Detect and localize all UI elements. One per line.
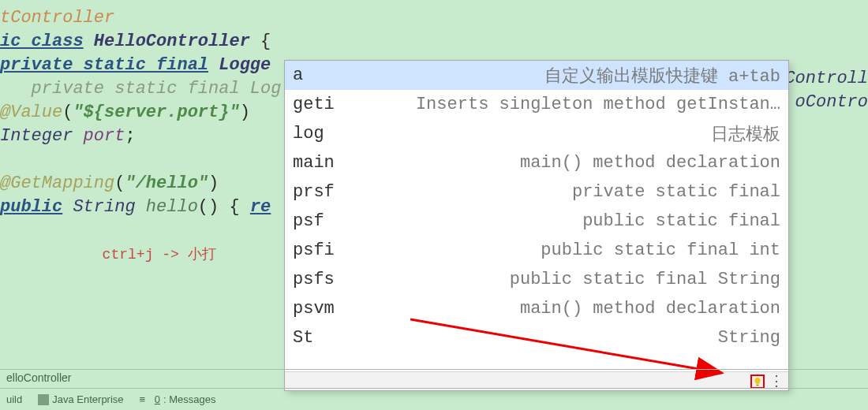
messages-icon: ≡ <box>140 393 146 405</box>
code-line: ic class HelloController { <box>0 30 868 54</box>
right-partial-text: Controll oContro <box>784 67 868 114</box>
popup-row[interactable]: psf public static final <box>285 207 788 236</box>
popup-row[interactable]: log 日志模板 <box>285 119 788 148</box>
template-desc: public static final int <box>347 240 780 260</box>
template-abbr: psfi <box>293 240 335 260</box>
status-bar: elloController uild Java Enterprise ≡ 0:… <box>0 369 868 410</box>
tool-build[interactable]: uild <box>6 393 22 405</box>
popup-row[interactable]: St String <box>285 323 788 352</box>
template-desc: main() method declaration <box>347 299 780 319</box>
breadcrumb[interactable]: elloController <box>0 370 868 389</box>
template-abbr: psvm <box>293 299 335 319</box>
template-abbr: psfs <box>293 270 335 289</box>
popup-row[interactable]: psfi public static final int <box>285 236 788 265</box>
template-abbr: log <box>293 124 324 144</box>
popup-row[interactable]: psvm main() method declaration <box>285 294 788 323</box>
template-desc: String <box>326 328 780 348</box>
template-abbr: psf <box>293 211 324 231</box>
template-desc: 自定义输出模版快捷键 a+tab <box>316 64 780 88</box>
partial-word: Controll <box>784 67 868 91</box>
template-abbr: geti <box>293 95 335 114</box>
template-desc: Inserts singleton method getInstan… <box>347 95 780 114</box>
template-abbr: main <box>293 153 335 173</box>
popup-row-selected[interactable]: a 自定义输出模版快捷键 a+tab <box>285 61 788 90</box>
template-desc: 日志模板 <box>337 122 780 146</box>
tool-java-enterprise[interactable]: Java Enterprise <box>38 393 123 405</box>
java-ee-icon <box>38 394 49 405</box>
partial-word: oContro <box>784 91 868 114</box>
template-desc: public static final <box>337 211 780 231</box>
popup-row[interactable]: main main() method declaration <box>285 148 788 177</box>
template-desc: private static final <box>347 182 780 202</box>
toolwindow-bar: uild Java Enterprise ≡ 0: Messages <box>0 389 868 410</box>
annotation: tController <box>0 8 114 28</box>
template-abbr: a <box>293 65 303 85</box>
template-abbr: St <box>293 328 313 348</box>
popup-row[interactable]: prsf private static final <box>285 177 788 207</box>
popup-row[interactable]: psfs public static final String <box>285 265 788 294</box>
template-desc: public static final String <box>347 270 780 289</box>
template-abbr: prsf <box>293 182 335 202</box>
popup-row[interactable]: geti Inserts singleton method getInstan… <box>285 90 788 119</box>
code-line: tController <box>0 6 868 30</box>
tool-messages[interactable]: ≡ 0: Messages <box>140 393 216 405</box>
live-template-popup[interactable]: a 自定义输出模版快捷键 a+tab geti Inserts singleto… <box>284 60 789 391</box>
template-desc: main() method declaration <box>347 153 780 173</box>
